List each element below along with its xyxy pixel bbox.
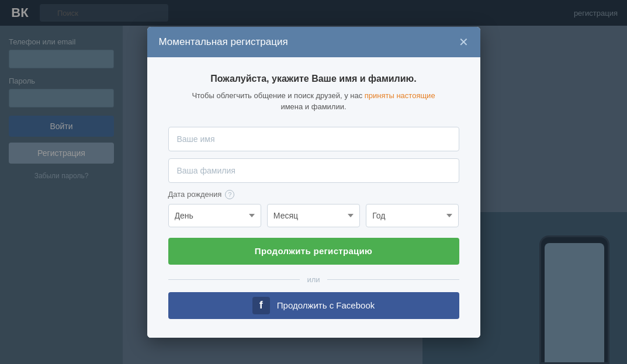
or-line-right: [327, 279, 459, 280]
month-select[interactable]: Месяц: [267, 204, 360, 227]
dob-selects: День Месяц Год: [168, 204, 459, 227]
first-name-input[interactable]: [168, 127, 459, 151]
modal-subtext: Чтобы облегчить общение и поиск друзей, …: [168, 90, 459, 113]
year-select[interactable]: Год: [366, 204, 459, 227]
modal-close-button[interactable]: ✕: [459, 36, 469, 48]
modal-title: Моментальная регистрация: [159, 36, 288, 48]
continue-button[interactable]: Продолжить регистрацию: [168, 238, 459, 265]
last-name-input[interactable]: [168, 158, 459, 183]
modal-header: Моментальная регистрация ✕: [147, 27, 480, 57]
modal-body: Пожалуйста, укажите Ваше имя и фамилию. …: [147, 57, 480, 338]
facebook-button-label: Продолжить с Facebook: [277, 300, 375, 310]
dob-label: Дата рождения ?: [168, 190, 459, 199]
or-line-left: [168, 279, 300, 280]
facebook-button[interactable]: f Продолжить с Facebook: [168, 292, 459, 319]
dob-help-icon[interactable]: ?: [225, 190, 234, 199]
day-select[interactable]: День: [168, 204, 261, 227]
or-text: или: [307, 275, 320, 284]
or-divider: или: [168, 275, 459, 284]
facebook-icon: f: [252, 297, 270, 314]
registration-modal: Моментальная регистрация ✕ Пожалуйста, у…: [147, 27, 480, 338]
modal-heading: Пожалуйста, укажите Ваше имя и фамилию.: [168, 74, 459, 84]
